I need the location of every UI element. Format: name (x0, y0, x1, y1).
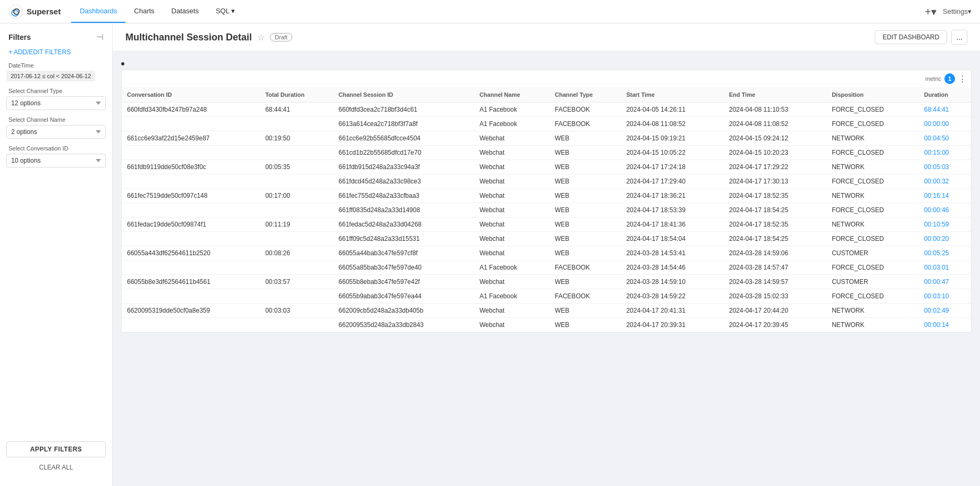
cell-channel-session-id: 66055b8ebab3c47fe597e42f (333, 275, 474, 289)
main-layout: Filters ⊣ + ADD/EDIT FILTERS DateTime 20… (0, 23, 980, 486)
sidebar-header: Filters ⊣ (0, 30, 112, 46)
settings-button[interactable]: Settings▾ (943, 7, 971, 15)
cell-conversation-id (122, 203, 260, 217)
col-duration: Duration (919, 87, 971, 103)
cell-end-time: 2024-04-15 10:20:23 (724, 146, 826, 160)
cell-end-time: 2024-04-08 11:08:52 (724, 117, 826, 131)
cell-channel-name: Webchat (474, 304, 550, 318)
star-icon[interactable]: ☆ (257, 32, 265, 43)
cell-disposition: CUSTOMER (826, 275, 919, 289)
cell-channel-name: Webchat (474, 203, 550, 217)
cell-start-time: 2024-04-15 10:05:22 (621, 146, 723, 160)
channel-type-select[interactable]: 12 options (6, 96, 106, 110)
cell-channel-name: Webchat (474, 160, 550, 174)
cell-end-time: 2024-04-17 18:52:35 (724, 189, 826, 203)
collapse-sidebar-button[interactable]: ⊣ (96, 32, 104, 42)
apply-filters-button[interactable]: APPLY FILTERS (6, 441, 106, 457)
datetime-filter-value[interactable]: 2017-06-12 ≤ col < 2024-06-12 (6, 71, 95, 81)
cell-end-time: 2024-03-28 15:02:33 (724, 289, 826, 304)
cell-conversation-id (122, 232, 260, 246)
logo[interactable]: Superset (9, 4, 61, 19)
add-edit-filters-button[interactable]: + ADD/EDIT FILTERS (0, 46, 112, 62)
add-button[interactable]: +▾ (925, 5, 936, 18)
cell-total-duration (260, 261, 333, 275)
cell-disposition: FORCE_CLOSED (826, 103, 919, 117)
table-row: 66055b8e3df62564611b456100:03:5766055b8e… (122, 275, 971, 289)
cell-channel-type: WEB (550, 160, 621, 174)
cell-disposition: FORCE_CLOSED (826, 174, 919, 189)
cell-duration: 68:44:41 (919, 103, 971, 117)
cell-duration: 00:15:00 (919, 146, 971, 160)
col-channel-session-id: Channel Session ID (333, 87, 474, 103)
cell-start-time: 2024-03-28 14:59:22 (621, 289, 723, 304)
cell-channel-type: WEB (550, 131, 621, 146)
cell-total-duration (260, 146, 333, 160)
more-options-button[interactable]: ... (951, 30, 967, 45)
cell-disposition: NETWORK (826, 318, 919, 332)
cell-total-duration: 00:03:03 (260, 304, 333, 318)
dashboard-title: Multichannel Session Detail (125, 32, 252, 43)
metric-label: metric (925, 76, 941, 82)
cell-channel-session-id: 661cc6e92b55685dfcce4504 (333, 131, 474, 146)
cell-channel-type: WEB (550, 304, 621, 318)
cell-disposition: NETWORK (826, 160, 919, 174)
cell-channel-session-id: 66055b9abab3c47fe597ea44 (333, 289, 474, 304)
table-row: 66055a443df62564611b252000:08:2666055a44… (122, 246, 971, 261)
cell-start-time: 2024-03-28 14:59:10 (621, 275, 723, 289)
cell-end-time: 2024-04-17 18:52:35 (724, 217, 826, 232)
table-container: metric 1 ⋮ Conversation ID Total Duratio… (121, 70, 971, 333)
edit-dashboard-button[interactable]: EDIT DASHBOARD (875, 30, 947, 44)
cell-duration: 00:00:47 (919, 275, 971, 289)
cell-end-time: 2024-03-28 14:59:06 (724, 246, 826, 261)
dot-indicator (121, 62, 124, 65)
cell-conversation-id (122, 117, 260, 131)
cell-end-time: 2024-03-28 14:59:57 (724, 275, 826, 289)
cell-channel-type: WEB (550, 232, 621, 246)
datetime-filter-label: DateTime (6, 62, 106, 69)
cell-channel-type: WEB (550, 203, 621, 217)
cell-channel-session-id: 661fdb915d248a2a33c94a3f (333, 160, 474, 174)
cell-channel-type: FACEBOOK (550, 103, 621, 117)
cell-channel-session-id: 662009535d248a2a33db2843 (333, 318, 474, 332)
cell-duration: 00:05:25 (919, 246, 971, 261)
channel-name-select[interactable]: 2 options (6, 125, 106, 139)
cell-total-duration: 00:05:35 (260, 160, 333, 174)
cell-duration: 00:00:20 (919, 232, 971, 246)
cell-conversation-id: 661fec7519dde50cf097c148 (122, 189, 260, 203)
cell-end-time: 2024-04-17 20:44:20 (724, 304, 826, 318)
cell-end-time: 2024-04-17 20:39:45 (724, 318, 826, 332)
table-header-row: Conversation ID Total Duration Channel S… (122, 87, 971, 103)
cell-channel-name: Webchat (474, 189, 550, 203)
clear-all-button[interactable]: CLEAR ALL (6, 462, 106, 473)
cell-total-duration (260, 289, 333, 304)
cell-channel-name: A1 Facebook (474, 117, 550, 131)
cell-total-duration: 00:19:50 (260, 131, 333, 146)
table-row: 661ff09c5d248a2a33d15531WebchatWEB2024-0… (122, 232, 971, 246)
main-content: Multichannel Session Detail ☆ Draft EDIT… (113, 23, 980, 486)
sidebar-buttons: APPLY FILTERS CLEAR ALL (0, 435, 112, 480)
cell-disposition: FORCE_CLOSED (826, 289, 919, 304)
cell-channel-type: WEB (550, 146, 621, 160)
cell-start-time: 2024-03-28 14:53:41 (621, 246, 723, 261)
cell-conversation-id (122, 174, 260, 189)
table-row: 660fdfd3430fb4247b97a24868:44:41660fdfd3… (122, 103, 971, 117)
nav-sql[interactable]: SQL ▾ (207, 0, 243, 23)
nav-dashboards[interactable]: Dashboards (71, 0, 125, 23)
conversation-id-select[interactable]: 10 options (6, 154, 106, 167)
nav-datasets[interactable]: Datasets (163, 0, 207, 23)
cell-disposition: FORCE_CLOSED (826, 203, 919, 217)
cell-channel-type: WEB (550, 246, 621, 261)
cell-channel-session-id: 661ff09c5d248a2a33d15531 (333, 232, 474, 246)
cell-total-duration: 00:08:26 (260, 246, 333, 261)
cell-start-time: 2024-04-17 18:41:36 (621, 217, 723, 232)
cell-start-time: 2024-04-17 18:36:21 (621, 189, 723, 203)
channel-type-filter-section: Select Channel Type 12 options (0, 88, 112, 116)
channel-name-label: Select Channel Name (6, 116, 106, 123)
top-navigation: Superset Dashboards Charts Datasets SQL … (0, 0, 980, 23)
cell-duration: 00:03:01 (919, 261, 971, 275)
nav-charts[interactable]: Charts (125, 0, 163, 23)
cell-end-time: 2024-04-17 18:54:25 (724, 203, 826, 217)
table-row: 6620095319dde50cf0a8e35900:03:03662009cb… (122, 304, 971, 318)
table-options-button[interactable]: ⋮ (958, 74, 967, 84)
draft-badge: Draft (270, 33, 292, 41)
